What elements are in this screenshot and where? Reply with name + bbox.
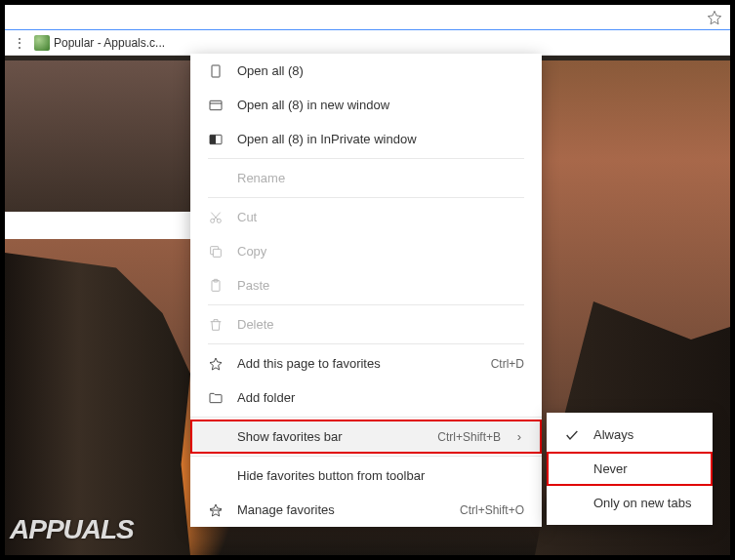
shortcut-text: Ctrl+Shift+O: [460, 503, 524, 517]
menu-separator: [208, 158, 524, 159]
inprivate-icon: [208, 132, 224, 147]
blank-icon: [564, 461, 580, 477]
blank-icon: [564, 496, 580, 511]
watermark-text: APPUALS: [10, 514, 134, 545]
menu-open-all[interactable]: Open all (8): [190, 54, 542, 88]
submenu-only-new-tabs[interactable]: Only on new tabs: [547, 486, 713, 520]
delete-icon: [208, 317, 224, 333]
bookmarks-bar: ⋮ Popular - Appuals.c...: [5, 30, 730, 56]
star-gear-icon: [208, 502, 224, 518]
menu-add-page-to-favorites[interactable]: Add this page to favorites Ctrl+D: [190, 346, 542, 380]
menu-separator: [190, 417, 542, 418]
svg-rect-4: [210, 135, 216, 143]
menu-separator: [208, 197, 524, 198]
site-favicon: [34, 35, 50, 51]
submenu-always[interactable]: Always: [547, 418, 713, 452]
blank-icon: [208, 468, 224, 484]
window-icon: [208, 98, 224, 113]
bookmark-item[interactable]: Popular - Appuals.c...: [54, 36, 165, 50]
menu-add-folder[interactable]: Add folder: [190, 380, 542, 415]
menu-open-all-inprivate[interactable]: Open all (8) in InPrivate window: [190, 122, 542, 156]
browser-toolbar: [5, 5, 730, 30]
svg-rect-0: [212, 65, 220, 77]
menu-separator: [208, 304, 524, 305]
menu-delete: Delete: [190, 307, 542, 341]
menu-copy: Copy: [190, 234, 542, 268]
shortcut-text: Ctrl+Shift+B: [437, 430, 501, 444]
star-icon: [208, 356, 224, 372]
show-favorites-submenu: Always Never Only on new tabs: [547, 413, 713, 525]
menu-rename: Rename: [190, 161, 542, 195]
bookmarks-overflow-icon[interactable]: ⋮: [13, 35, 26, 51]
blank-icon: [208, 429, 224, 445]
submenu-never[interactable]: Never: [547, 452, 713, 486]
menu-hide-favorites-button[interactable]: Hide favorites button from toolbar: [190, 459, 542, 493]
bg-gap: [5, 212, 190, 239]
shortcut-text: Ctrl+D: [491, 357, 524, 371]
menu-separator: [208, 343, 524, 344]
chevron-right-icon: ›: [514, 429, 524, 444]
menu-open-all-new-window[interactable]: Open all (8) in new window: [190, 88, 542, 122]
bg-clouds: [5, 60, 190, 212]
document-icon: [208, 63, 224, 79]
menu-separator: [190, 456, 542, 457]
favorites-context-menu: Open all (8) Open all (8) in new window …: [190, 54, 542, 527]
svg-rect-9: [213, 249, 221, 257]
svg-rect-1: [210, 100, 222, 109]
copy-icon: [208, 244, 224, 260]
menu-cut: Cut: [190, 200, 542, 234]
favorite-star-icon[interactable]: [707, 10, 722, 25]
check-icon: [564, 427, 580, 443]
cut-icon: [208, 210, 224, 225]
blank-icon: [208, 171, 224, 186]
menu-manage-favorites[interactable]: Manage favorites Ctrl+Shift+O: [190, 493, 542, 527]
menu-paste: Paste: [190, 268, 542, 302]
paste-icon: [208, 278, 224, 294]
folder-icon: [208, 390, 224, 406]
menu-show-favorites-bar[interactable]: Show favorites bar Ctrl+Shift+B ›: [190, 420, 542, 454]
